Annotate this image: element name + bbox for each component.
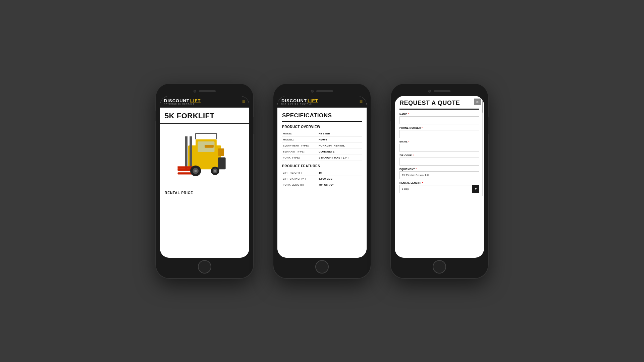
svg-rect-4 [190, 136, 192, 169]
phone-screen-3: ✕ REQUEST A QUOTE NAME * PHONE NUMBER * … [395, 96, 484, 258]
zip-field-group: ZIP CODE * [399, 154, 479, 166]
overview-table: MAKE: HYSTER MODEL: H50FT EQUIPMENT TYPE… [282, 131, 362, 161]
close-button[interactable]: ✕ [474, 99, 481, 105]
specs-title: SPECIFICATIONS [282, 112, 362, 122]
phones-container: DISCOUNT LIFT NATIONWIDE RENTALS ≡ 5K FO… [156, 84, 488, 278]
phone-label: PHONE NUMBER * [399, 127, 479, 129]
overview-value-2: FORKLIFT RENTAL [318, 143, 362, 149]
phone-top-bar-1 [160, 88, 249, 95]
email-input[interactable] [399, 144, 479, 152]
zip-input[interactable] [399, 158, 479, 166]
phone-bottom-bar-2 [277, 259, 367, 274]
feature-label-1: LIFT CAPACITY : [282, 176, 318, 182]
logo-sub-2: NATIONWIDE RENTALS [281, 103, 318, 105]
rental-length-value[interactable]: 1 Day [399, 185, 479, 193]
logo-lift-2: LIFT [308, 99, 318, 103]
phone-camera-1 [194, 90, 196, 93]
product-features-title: PRODUCT FEATURES [282, 164, 362, 168]
email-label: EMAIL * [399, 140, 479, 143]
equipment-label: EQUIPMENT * [399, 168, 479, 170]
svg-point-14 [214, 170, 216, 172]
zip-label: ZIP CODE * [399, 154, 479, 157]
phone-home-btn-2[interactable] [315, 260, 329, 274]
svg-rect-15 [205, 145, 214, 148]
table-row: LIFT CAPACITY : 5,000 LBS [282, 176, 362, 182]
specs-content: SPECIFICATIONS PRODUCT OVERVIEW MAKE: HY… [277, 108, 367, 196]
logo-lift-1: LIFT [190, 99, 201, 103]
overview-label-3: TERRAIN TYPE: [282, 149, 318, 155]
phone-speaker-2 [316, 90, 333, 92]
logo-main-2: DISCOUNT LIFT [281, 99, 318, 103]
select-arrow-icon[interactable]: ▾ [472, 185, 479, 193]
screen-content-1: 5K FORKLIFT [160, 108, 249, 258]
phone-screen-2: DISCOUNT LIFT NATIONWIDE RENTALS ≡ SPECI… [277, 96, 367, 258]
overview-value-4: STRAIGHT MAST LIFT [318, 155, 362, 161]
product-title: 5K FORKLIFT [165, 112, 245, 120]
phone-camera-2 [311, 90, 314, 93]
scrollbar-track [482, 99, 483, 196]
overview-value-3: CONCRETE [318, 149, 362, 155]
rental-length-select-wrapper: 1 Day ▾ [399, 185, 479, 193]
email-required: * [409, 140, 410, 143]
phone-bottom-bar-1 [160, 259, 249, 274]
features-table: LIFT HEIGHT : 15' LIFT CAPACITY : 5,000 … [282, 170, 362, 188]
quote-content: ✕ REQUEST A QUOTE NAME * PHONE NUMBER * … [395, 96, 484, 199]
phone-home-btn-1[interactable] [198, 260, 211, 274]
product-overview-title: PRODUCT OVERVIEW [282, 125, 362, 129]
hamburger-icon-1[interactable]: ≡ [242, 99, 245, 105]
phone-2: DISCOUNT LIFT NATIONWIDE RENTALS ≡ SPECI… [273, 84, 371, 278]
svg-rect-3 [185, 136, 187, 169]
phone-input[interactable] [399, 130, 479, 138]
hamburger-icon-2[interactable]: ≡ [360, 99, 363, 105]
rental-length-label: RENTAL LENGTH * [399, 182, 479, 184]
equipment-field-group: EQUIPMENT * 19' Electric Scissor Lift [399, 168, 479, 179]
logo-1: DISCOUNT LIFT NATIONWIDE RENTALS [164, 99, 201, 105]
overview-value-0: HYSTER [318, 131, 362, 137]
svg-point-11 [195, 170, 197, 172]
svg-rect-19 [218, 148, 224, 156]
table-row: MAKE: HYSTER [282, 131, 362, 137]
logo-2: DISCOUNT LIFT NATIONWIDE RENTALS [281, 99, 318, 105]
table-row: TERRAIN TYPE: CONCRETE [282, 149, 362, 155]
feature-value-0: 15' [318, 170, 362, 176]
overview-label-1: MODEL: [282, 137, 318, 143]
feature-value-1: 5,000 LBS [318, 176, 362, 182]
feature-label-0: LIFT HEIGHT : [282, 170, 318, 176]
name-input[interactable] [399, 116, 479, 124]
equipment-required: * [416, 168, 417, 170]
forklift-svg [171, 127, 238, 184]
rental-length-group: RENTAL LENGTH * 1 Day ▾ [399, 182, 479, 193]
screen-content-3: ✕ REQUEST A QUOTE NAME * PHONE NUMBER * … [395, 96, 484, 258]
screen-header-2: DISCOUNT LIFT NATIONWIDE RENTALS ≡ [277, 96, 367, 108]
phone-speaker-3 [434, 90, 450, 92]
phone-top-bar-3 [395, 88, 484, 95]
logo-discount-1: DISCOUNT [164, 99, 190, 103]
feature-label-2: FORK LENGTH: [282, 182, 318, 188]
product-image [160, 124, 249, 188]
overview-label-4: FORK TYPE: [282, 155, 318, 161]
phone-field-group: PHONE NUMBER * [399, 127, 479, 138]
screen-header-1: DISCOUNT LIFT NATIONWIDE RENTALS ≡ [160, 96, 249, 108]
phone-speaker-1 [199, 90, 216, 92]
phone-required: * [422, 127, 423, 129]
name-field-group: NAME * [399, 113, 479, 124]
rental-length-required: * [422, 182, 423, 184]
scrollbar-thumb[interactable] [482, 99, 483, 113]
phone-bottom-bar-3 [395, 259, 484, 274]
logo-sub-1: NATIONWIDE RENTALS [164, 103, 201, 105]
rental-price-section: RENTAL PRICE [160, 188, 249, 198]
logo-discount-2: DISCOUNT [281, 99, 307, 103]
phone-home-btn-3[interactable] [433, 260, 446, 274]
phone-1: DISCOUNT LIFT NATIONWIDE RENTALS ≡ 5K FO… [156, 84, 253, 278]
rental-price-label: RENTAL PRICE [165, 191, 245, 195]
name-required: * [408, 113, 409, 115]
overview-label-0: MAKE: [282, 131, 318, 137]
screen-content-2: SPECIFICATIONS PRODUCT OVERVIEW MAKE: HY… [277, 108, 367, 258]
phone-3: ✕ REQUEST A QUOTE NAME * PHONE NUMBER * … [391, 84, 488, 278]
table-row: LIFT HEIGHT : 15' [282, 170, 362, 176]
email-field-group: EMAIL * [399, 140, 479, 152]
phone-camera-3 [428, 90, 431, 93]
table-row: FORK TYPE: STRAIGHT MAST LIFT [282, 155, 362, 161]
phone-screen-1: DISCOUNT LIFT NATIONWIDE RENTALS ≡ 5K FO… [160, 96, 249, 258]
equipment-value[interactable]: 19' Electric Scissor Lift [399, 171, 479, 179]
